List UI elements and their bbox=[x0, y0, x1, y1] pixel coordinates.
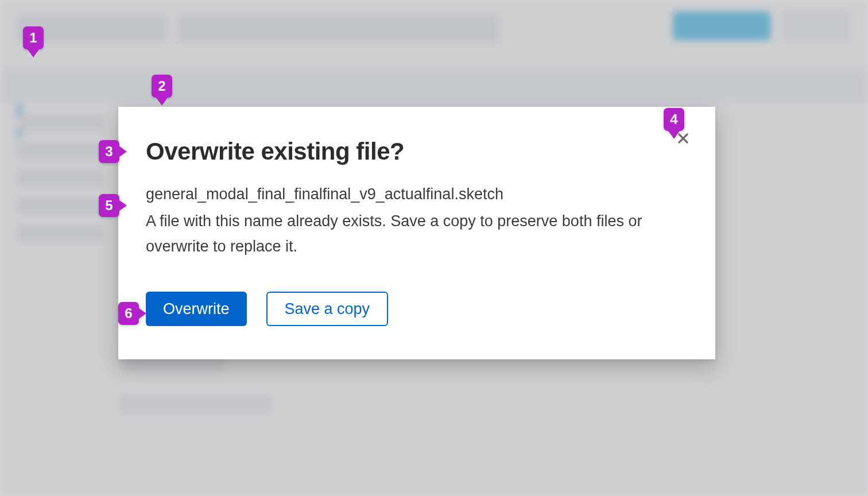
overwrite-button[interactable]: Overwrite bbox=[146, 292, 247, 326]
annotation-marker-2: 2 bbox=[152, 75, 172, 106]
modal-actions: Overwrite Save a copy bbox=[146, 292, 688, 326]
annotation-label: 3 bbox=[99, 140, 119, 163]
annotation-marker-1: 1 bbox=[23, 26, 44, 57]
annotation-label: 6 bbox=[118, 302, 139, 325]
modal-filename: general_modal_final_finalfinal_v9_actual… bbox=[146, 181, 685, 207]
annotation-label: 2 bbox=[152, 75, 172, 98]
annotation-label: 4 bbox=[664, 108, 684, 131]
modal-title: Overwrite existing file? bbox=[146, 138, 688, 165]
modal-message: A file with this name already exists. Sa… bbox=[146, 212, 642, 255]
annotation-marker-4: 4 bbox=[664, 108, 684, 139]
annotation-label: 1 bbox=[23, 26, 44, 49]
annotation-marker-6: 6 bbox=[118, 302, 139, 325]
modal-body: general_modal_final_finalfinal_v9_actual… bbox=[146, 181, 685, 259]
save-copy-button[interactable]: Save a copy bbox=[266, 292, 389, 326]
overwrite-modal: Overwrite existing file? general_modal_f… bbox=[118, 107, 715, 359]
annotation-marker-5: 5 bbox=[99, 194, 119, 217]
annotation-label: 5 bbox=[99, 194, 119, 217]
annotation-marker-3: 3 bbox=[99, 140, 119, 163]
